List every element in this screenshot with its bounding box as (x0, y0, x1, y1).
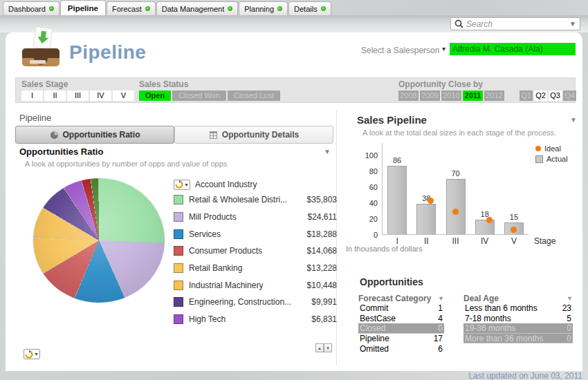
list-item-label: Pipeline (360, 334, 389, 343)
bar-column-I[interactable]: 86I (383, 143, 412, 234)
list-item[interactable]: Pipeline17 (358, 334, 444, 344)
legend-value: $9,991 (311, 297, 337, 307)
pie-chart[interactable] (33, 178, 165, 303)
y-tick-label: 100 (365, 151, 378, 160)
x-tick-label: IV (470, 236, 499, 246)
panel-tab-label: Opportunities Ratio (63, 130, 140, 140)
filter-iv[interactable]: IV (90, 91, 111, 101)
sales-stage-group: Sales Stage IIIIIIIVV (21, 80, 134, 101)
actual-bar[interactable] (446, 179, 466, 235)
bar-value-label: 15 (499, 213, 529, 221)
salesperson-value[interactable]: Alfredia M. Casada (Ala) (450, 43, 576, 55)
filter-closed-lost[interactable]: Closed Lost (228, 91, 280, 101)
filter-ii[interactable]: II (44, 91, 66, 101)
search-dropdown-icon[interactable]: ▼ (569, 20, 576, 28)
list-item[interactable]: More than 36 months0 (463, 334, 573, 344)
tab-label: Pipeline (68, 4, 98, 12)
legend-item[interactable]: Retail & Wholesale Distri...$35,803 (174, 191, 337, 209)
legend-item[interactable]: Retail Banking$13,228 (174, 260, 337, 277)
legend-item[interactable]: Services$18,288 (174, 225, 337, 243)
legend-item[interactable]: Mill Products$24,611 (174, 209, 337, 226)
bar-column-V[interactable]: 15V (499, 143, 529, 234)
actual-bar[interactable] (416, 204, 436, 234)
list-item-value: 0 (438, 323, 443, 333)
list-item[interactable]: 19-36 months0 (463, 323, 573, 334)
filter-q1[interactable]: Q1 (520, 91, 533, 101)
last-updated-text: Last updated on June 03, 2011 (468, 371, 582, 380)
list-item-label: BestCase (360, 314, 396, 323)
filter-q2[interactable]: Q2 (534, 91, 547, 101)
tab-dashboard[interactable]: Dashboard (3, 1, 59, 15)
tab-label: Planning (244, 5, 274, 13)
filter-v[interactable]: V (113, 91, 134, 101)
list-item-label: 19-36 months (465, 323, 515, 333)
listbox-sort-icon[interactable]: ▼ (438, 295, 444, 302)
legend-swatch (174, 229, 183, 239)
filter-2008[interactable]: 2008 (398, 91, 419, 101)
salesperson-dropdown-icon[interactable]: ▾ (442, 45, 445, 53)
tab-details[interactable]: Details (288, 1, 331, 15)
list-item[interactable]: 7-18 months5 (463, 314, 573, 324)
ideal-dot-icon (535, 146, 541, 151)
opportunities-ratio-title: Opportunities Ratio (19, 146, 103, 157)
ideal-dot (428, 198, 434, 204)
bar-chart[interactable]: 020406080100 86I38II70III18IV15V Stage I… (342, 143, 577, 254)
list-item-label: 7-18 months (465, 314, 511, 323)
filter-2012[interactable]: 2012 (484, 91, 504, 101)
opportunities-ratio-menu-icon[interactable]: ▼ (324, 148, 331, 155)
tab-data-management[interactable]: Data Management (156, 1, 239, 15)
list-item-value: 0 (567, 334, 571, 343)
legend-item[interactable]: Industrial Machinery$10,448 (174, 276, 337, 294)
bar-column-IV[interactable]: 18IV (470, 143, 499, 234)
list-item[interactable]: Commit1 (358, 303, 444, 314)
legend-label: Retail & Wholesale Distri... (189, 195, 287, 205)
filter-2011[interactable]: 2011 (463, 91, 483, 101)
legend-label: Engineering, Construction... (189, 297, 291, 307)
sales-pipeline-menu-icon[interactable]: ▼ (570, 116, 577, 124)
legend-scroll-up[interactable]: ▲ (315, 343, 324, 352)
filter-2009[interactable]: 2009 (420, 91, 440, 101)
tab-forecast[interactable]: Forecast (107, 1, 156, 15)
bar-chart-legend: Ideal Actual (535, 144, 568, 165)
legend-label: Industrial Machinery (189, 281, 263, 290)
filter-i[interactable]: I (21, 91, 43, 101)
legend-item[interactable]: Engineering, Construction...$9,991 (174, 294, 337, 311)
panel-tab-opportunities-ratio[interactable]: Opportunities Ratio (15, 126, 174, 144)
legend-ideal-label: Ideal (544, 144, 561, 153)
list-item[interactable]: BestCase4 (358, 314, 444, 324)
list-item[interactable]: Closed0 (358, 323, 444, 334)
search-input[interactable]: Search ▼ (450, 17, 580, 30)
list-item[interactable]: Omitted6 (358, 343, 444, 354)
filter-iii[interactable]: III (67, 91, 89, 101)
listbox-sort-icon[interactable]: ▼ (567, 295, 573, 302)
cycle-group-button-bottom[interactable]: ▼ (24, 349, 40, 359)
green-status-icon (277, 6, 282, 11)
filter-open[interactable]: Open (139, 91, 171, 101)
legend-label: Mill Products (189, 212, 237, 222)
filter-q3[interactable]: Q3 (549, 91, 562, 101)
legend-value: $13,228 (307, 263, 337, 273)
legend-item[interactable]: Consumer Products$14,068 (174, 243, 337, 260)
list-item-label: Closed (360, 323, 385, 333)
filter-closed-won[interactable]: Closed Won (172, 91, 226, 101)
legend-scroll-down[interactable]: ▼ (324, 343, 332, 352)
tab-pipeline[interactable]: Pipeline (60, 0, 106, 15)
panel-tab-opportunity-details[interactable]: Opportunity Details (174, 126, 333, 144)
bar-column-II[interactable]: 38II (412, 143, 441, 234)
list-item-value: 0 (567, 323, 571, 333)
legend-item[interactable]: High Tech$6,831 (174, 311, 337, 328)
filter-2010[interactable]: 2010 (441, 91, 461, 101)
ideal-dot (511, 227, 517, 233)
actual-bar[interactable] (387, 166, 407, 234)
tab-planning[interactable]: Planning (239, 1, 288, 15)
list-item[interactable]: Less than 6 months23 (463, 303, 573, 314)
legend-value: $18,288 (307, 229, 337, 239)
list-item-value: 4 (438, 314, 443, 323)
list-item-value: 1 (438, 303, 443, 313)
bar-column-III[interactable]: 70III (441, 143, 470, 234)
filter-q4[interactable]: Q4 (563, 91, 576, 101)
deal-age-listbox: Deal Age▼Less than 6 months237-18 months… (463, 294, 573, 343)
list-item-label: Less than 6 months (465, 303, 538, 313)
cycle-group-button[interactable]: ▼ (174, 180, 190, 190)
legend-value: $10,448 (307, 281, 337, 290)
